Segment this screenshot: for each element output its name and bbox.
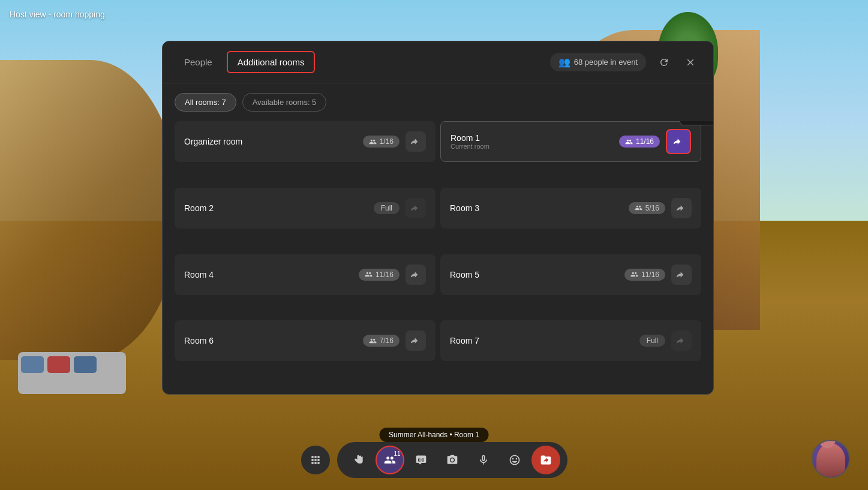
join-icon <box>677 270 686 279</box>
room-6-count: 7/16 <box>363 335 400 347</box>
room-4-name: Room 4 <box>184 270 353 279</box>
toolbar-pill: 11 <box>337 442 567 478</box>
emoji-icon <box>509 454 521 466</box>
panel-header: People Additional rooms 👥 68 people in e… <box>163 41 713 83</box>
bottom-toolbar: 11 <box>301 442 567 478</box>
refresh-button[interactable] <box>653 52 675 73</box>
filter-available-rooms[interactable]: Available rooms: 5 <box>242 93 327 112</box>
room-name-wrapper-7: Room 7 <box>450 336 633 345</box>
emoji-button[interactable] <box>500 446 529 474</box>
room-name-wrapper-2: Room 2 <box>184 203 368 213</box>
join-icon <box>677 203 686 213</box>
room-name-wrapper-4: Room 4 <box>184 270 353 279</box>
join-icon <box>674 137 683 146</box>
room-2-name: Room 2 <box>184 203 368 213</box>
room-5-count: 11/16 <box>624 269 665 281</box>
captions-button[interactable] <box>407 446 435 474</box>
user-avatar[interactable] <box>812 440 850 478</box>
room-name-wrapper-6: Room 6 <box>184 336 357 345</box>
join-icon <box>411 336 421 345</box>
room-7-full: Full <box>639 335 665 347</box>
filter-row: All rooms: 7 Available rooms: 5 <box>163 83 713 121</box>
room-5-count-text: 11/16 <box>641 270 659 279</box>
room-card-room3[interactable]: Room 3 5/16 <box>440 188 701 229</box>
room-3-name: Room 3 <box>450 203 623 213</box>
room-card-room2[interactable]: Room 2 Full <box>175 188 435 229</box>
room-count-organizer: 1/16 <box>363 136 400 148</box>
join-room6-button[interactable] <box>406 330 426 351</box>
background-cushions <box>21 356 97 373</box>
hand-raise-button[interactable] <box>344 446 373 474</box>
room-1-subtitle: Current room <box>450 143 613 150</box>
room-4-count: 11/16 <box>359 269 400 281</box>
join-tooltip-wrapper: Join room <box>666 129 691 154</box>
refresh-icon <box>659 57 669 68</box>
room-card-room7[interactable]: Room 7 Full <box>440 320 701 361</box>
join-icon <box>411 137 421 146</box>
join-icon <box>411 203 421 213</box>
room-card-room1[interactable]: Room 1 Current room 11/16 Join room <box>440 121 701 162</box>
room-2-full: Full <box>374 202 400 214</box>
room-name-wrapper-1: Room 1 Current room <box>450 133 613 150</box>
room-card-room5[interactable]: Room 5 11/16 <box>440 254 701 295</box>
camera-button[interactable] <box>438 446 467 474</box>
join-icon <box>411 270 421 279</box>
room-5-name: Room 5 <box>450 270 618 279</box>
room-1-name: Room 1 <box>450 133 613 143</box>
room-3-count: 5/16 <box>629 202 665 214</box>
rooms-grid: Organizer room 1/16 Room 1 Current room <box>163 121 713 394</box>
people-icon <box>635 204 642 212</box>
join-room2-button[interactable] <box>406 198 426 218</box>
captions-icon <box>415 454 427 466</box>
people-icon <box>630 270 638 278</box>
room-card-organizer[interactable]: Organizer room 1/16 <box>175 121 435 162</box>
people-count-text: 68 people in event <box>574 58 638 67</box>
join-room-tooltip: Join room <box>680 121 713 125</box>
tab-additional-rooms[interactable]: Additional rooms <box>227 51 316 73</box>
join-room-organizer-button[interactable] <box>406 131 426 152</box>
share-icon <box>540 454 552 466</box>
close-icon <box>685 57 696 68</box>
room-3-count-text: 5/16 <box>645 204 659 212</box>
people-group-icon: 👥 <box>558 56 570 68</box>
room-count-text: 1/16 <box>380 137 394 146</box>
people-icon <box>365 270 373 278</box>
join-room3-button[interactable] <box>671 198 692 218</box>
room-card-room4[interactable]: Room 4 11/16 <box>175 254 435 295</box>
main-panel: People Additional rooms 👥 68 people in e… <box>162 41 714 395</box>
close-button[interactable] <box>680 52 701 73</box>
join-room7-button[interactable] <box>671 330 692 351</box>
room-4-count-text: 11/16 <box>376 270 394 279</box>
join-room1-button[interactable] <box>666 129 691 154</box>
people-icon <box>369 337 377 345</box>
apps-button[interactable] <box>301 446 330 474</box>
window-title: Host view - room hopping <box>10 10 105 19</box>
people-icon <box>625 138 633 146</box>
avatar-head <box>819 440 836 448</box>
microphone-button[interactable] <box>469 446 498 474</box>
session-label: Summer All-hands • Room 1 <box>379 428 489 442</box>
room-name-wrapper-5: Room 5 <box>450 270 618 279</box>
room-name: Organizer room <box>184 137 357 146</box>
people-count-badge-toolbar: 11 <box>394 450 400 457</box>
people-icon <box>369 138 377 146</box>
share-button[interactable] <box>531 446 560 474</box>
background-wall-left <box>0 60 180 360</box>
room-1-count-text: 11/16 <box>636 137 654 146</box>
people-count-badge: 👥 68 people in event <box>550 53 646 71</box>
room-6-count-text: 7/16 <box>380 336 394 345</box>
mic-icon <box>477 454 489 466</box>
room-7-name: Room 7 <box>450 336 633 345</box>
room-6-name: Room 6 <box>184 336 357 345</box>
join-room5-button[interactable] <box>671 264 692 285</box>
join-room4-button[interactable] <box>406 264 426 285</box>
room-card-room6[interactable]: Room 6 7/16 <box>175 320 435 361</box>
hand-icon <box>353 454 365 466</box>
room-name-wrapper-3: Room 3 <box>450 203 623 213</box>
filter-all-rooms[interactable]: All rooms: 7 <box>175 93 236 112</box>
join-icon <box>677 336 686 345</box>
tab-people[interactable]: People <box>175 52 222 72</box>
room-name-wrapper: Organizer room <box>184 137 357 146</box>
people-button[interactable]: 11 <box>376 446 404 474</box>
camera-icon <box>446 454 458 466</box>
